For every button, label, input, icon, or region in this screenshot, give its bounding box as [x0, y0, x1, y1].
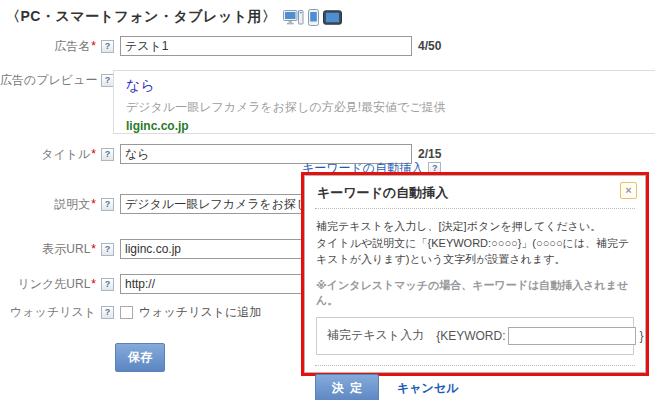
ok-button[interactable]: 決定 [315, 374, 379, 400]
popup-title: キーワードの自動挿入 [305, 176, 645, 208]
close-icon[interactable]: × [620, 182, 637, 199]
watchlist-checkbox[interactable] [120, 306, 133, 319]
help-icon[interactable]: ? [101, 243, 114, 256]
tablet-icon [323, 10, 342, 25]
preview-row: 広告のプレビュー ? [0, 72, 120, 89]
title-label: タイトル [41, 147, 90, 161]
description-label: 説明文 [54, 197, 90, 211]
ad-name-counter: 4/50 [418, 39, 441, 53]
page-title: 〈PC・スマートフォン・タブレット用〉 [6, 8, 277, 26]
help-icon[interactable]: ? [101, 198, 114, 211]
watchlist-checkbox-label: ウォッチリストに追加 [139, 304, 261, 321]
ad-name-input[interactable] [120, 36, 412, 56]
required-mark: * [91, 39, 96, 53]
save-button[interactable]: 保存 [115, 343, 165, 372]
keyword-input[interactable] [508, 327, 636, 345]
required-mark: * [91, 147, 96, 161]
smartphone-icon [308, 9, 319, 26]
watchlist-row: ウォッチリスト ? ウォッチリストに追加 [0, 304, 261, 321]
help-icon[interactable]: ? [101, 40, 114, 53]
ad-preview-box: なら デジタル一眼レフカメラをお探しの方必見!最安値でご提供 liginc.co… [113, 70, 655, 134]
required-mark: * [91, 277, 96, 291]
display-url-label: 表示URL [42, 242, 90, 256]
link-url-label: リンク先URL [17, 277, 90, 291]
watchlist-label: ウォッチリスト [0, 304, 96, 321]
preview-title: なら [126, 77, 643, 95]
ad-name-row: 広告名* ? 4/50 [0, 36, 441, 56]
preview-description: デジタル一眼レフカメラをお探しの方必見!最安値でご提供 [126, 99, 643, 116]
keyword-suffix: } [639, 329, 643, 343]
preview-url: liginc.co.jp [126, 119, 643, 133]
keyword-input-box: 補完テキスト入力 {KEYWORD: } [316, 317, 634, 355]
popup-instruction-line1: 補完テキストを入力し、[決定]ボタンを押してください。 [316, 218, 634, 235]
keyword-prefix: {KEYWORD: [436, 329, 505, 343]
cancel-link[interactable]: キャンセル [397, 380, 458, 397]
popup-instruction-line2: タイトルや説明文に「{KEYWORD:○○○○}」(○○○○には、補完テキストが… [316, 235, 634, 268]
ad-name-label: 広告名 [54, 39, 90, 53]
ad-edit-page: 〈PC・スマートフォン・タブレット用〉 広告名* ? 4/50 [0, 0, 655, 400]
help-icon[interactable]: ? [101, 306, 114, 319]
keyword-autoinsert-popup: キーワードの自動挿入 × 補完テキストを入力し、[決定]ボタンを押してください。… [301, 172, 649, 376]
device-icons [283, 9, 342, 26]
preview-label: 広告のプレビュー [0, 72, 96, 89]
keyword-input-label: 補完テキスト入力 [327, 327, 424, 344]
help-icon[interactable]: ? [101, 278, 114, 291]
popup-note: ※インタレストマッチの場合、キーワードは自動挿入されません。 [305, 268, 645, 308]
pc-icon [283, 9, 304, 26]
required-mark: * [91, 197, 96, 211]
help-icon[interactable]: ? [101, 148, 114, 161]
required-mark: * [91, 242, 96, 256]
page-header: 〈PC・スマートフォン・タブレット用〉 [6, 8, 342, 26]
title-counter: 2/15 [418, 147, 441, 161]
